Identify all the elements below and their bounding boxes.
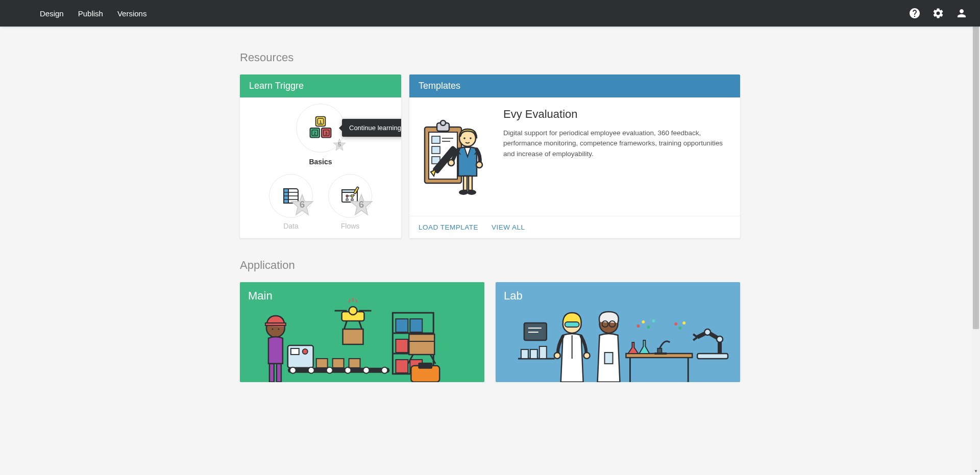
app-main-illustration [240,282,484,382]
learn-topic-flows[interactable]: 6 Flows [328,174,372,230]
svg-point-53 [272,328,273,330]
basics-icon: 1 2 3 5 [296,104,345,153]
svg-rect-24 [346,199,348,201]
svg-point-19 [346,195,348,197]
svg-point-48 [448,160,454,166]
basics-badge-value: 5 [338,141,341,147]
svg-point-114 [642,320,645,323]
svg-point-61 [290,367,296,373]
svg-point-102 [554,353,560,359]
svg-rect-56 [277,364,281,382]
application-heading: Application [240,259,740,272]
view-all-button[interactable]: VIEW ALL [492,223,525,231]
app-lab-illustration [496,282,740,382]
svg-text:3: 3 [325,131,328,136]
help-icon[interactable] [909,7,921,19]
svg-point-116 [652,319,655,322]
svg-point-49 [476,162,482,168]
learn-tooltip: Continue learning where you left off [342,119,401,137]
svg-line-77 [349,299,350,303]
load-template-button[interactable]: LOAD TEMPLATE [419,223,478,231]
svg-rect-76 [343,329,363,344]
app-card-lab[interactable]: Lab [496,282,740,382]
top-nav: Design Publish Versions [0,0,980,27]
resources-row: Learn Triggre Continue learning where yo… [240,74,740,238]
svg-rect-67 [316,359,328,368]
svg-text:2: 2 [313,131,316,136]
svg-rect-84 [410,319,422,332]
main-container: Resources Learn Triggre Continue learnin… [240,27,740,382]
svg-point-33 [440,120,446,126]
templates-illustration [420,108,486,206]
svg-point-65 [363,367,369,373]
templates-title: Evy Evaluation [503,108,730,121]
svg-point-54 [278,328,279,330]
svg-point-113 [636,324,640,328]
svg-point-66 [381,367,387,373]
svg-rect-55 [270,364,274,382]
learn-card[interactable]: Learn Triggre Continue learning where yo… [240,74,401,238]
templates-text: Evy Evaluation Digital support for perio… [503,108,730,206]
svg-text:1: 1 [319,119,322,124]
templates-body: Evy Evaluation Digital support for perio… [409,97,740,216]
nav-design[interactable]: Design [40,9,64,18]
learn-card-body[interactable]: Continue learning where you left off 1 2 [240,97,401,238]
templates-card: Templates [409,74,740,238]
svg-point-115 [647,326,650,329]
learn-topic-data[interactable]: 6 Data [269,174,313,230]
resources-heading: Resources [240,51,740,64]
scrollbar-track[interactable] [972,8,980,382]
basics-label: Basics [309,158,332,166]
svg-rect-100 [565,322,579,327]
flows-star-badge: 6 [349,193,374,219]
svg-rect-83 [396,319,408,332]
gear-icon[interactable] [932,7,944,19]
svg-rect-44 [463,176,467,190]
app-card-main[interactable]: Main [240,282,484,382]
svg-text:6: 6 [300,199,305,210]
nav-publish[interactable]: Publish [78,9,103,18]
svg-rect-86 [396,360,408,373]
svg-rect-68 [333,359,344,368]
app-main-title: Main [248,289,273,303]
svg-rect-34 [432,136,440,143]
app-lab-title: Lab [504,289,523,303]
svg-line-79 [356,299,357,303]
svg-text:6: 6 [359,199,364,210]
svg-rect-88 [409,334,434,355]
svg-point-122 [704,329,710,335]
user-icon[interactable] [955,7,968,19]
svg-point-46 [459,190,468,195]
flows-label: Flows [341,222,360,230]
svg-rect-98 [540,346,547,359]
svg-rect-58 [291,348,299,355]
data-label: Data [283,222,299,230]
basics-star-badge: 5 [332,138,347,154]
svg-rect-120 [697,354,728,359]
svg-point-121 [717,336,723,342]
templates-card-header: Templates [409,74,740,97]
svg-point-118 [678,327,681,330]
learn-card-header: Learn Triggre [240,74,401,97]
svg-point-59 [303,349,308,354]
svg-rect-69 [349,359,360,368]
svg-point-47 [467,190,476,195]
page-scrollbar[interactable]: ▲ ▼ [972,0,980,382]
svg-rect-85 [396,339,408,353]
svg-point-42 [463,137,465,139]
scrollbar-thumb[interactable] [973,8,979,329]
application-row: Main [240,282,740,382]
svg-rect-45 [469,176,472,190]
svg-rect-91 [418,363,432,369]
svg-point-71 [349,307,357,315]
svg-rect-92 [524,323,547,340]
templates-footer: LOAD TEMPLATE VIEW ALL [409,216,740,238]
nav-versions[interactable]: Versions [117,9,147,18]
svg-rect-52 [265,323,286,326]
svg-rect-96 [521,349,528,359]
svg-point-117 [674,322,677,326]
svg-rect-60 [288,368,390,373]
svg-point-119 [682,321,685,324]
svg-rect-107 [605,353,613,364]
learn-small-row: 6 Data [240,174,401,230]
